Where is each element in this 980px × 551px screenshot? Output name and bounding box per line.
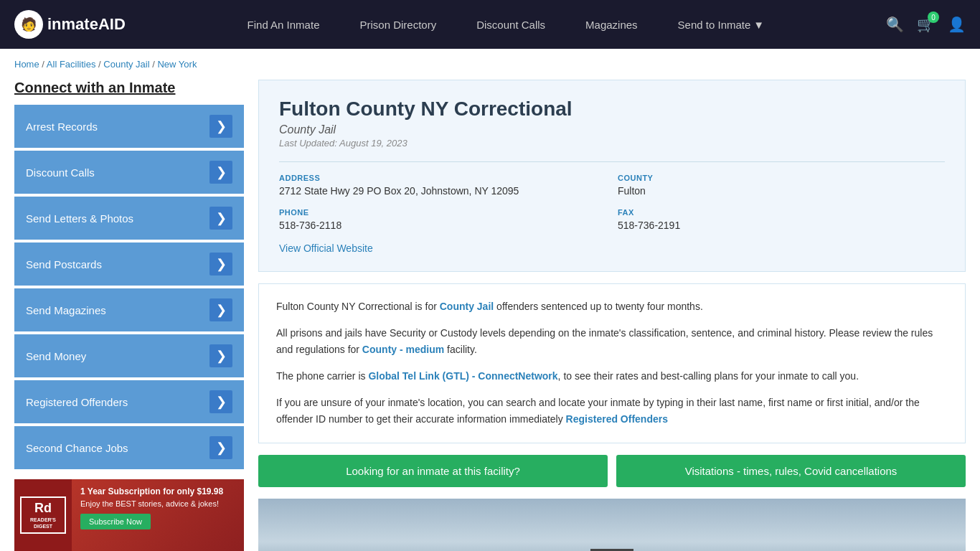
registered-offenders-link[interactable]: Registered Offenders bbox=[566, 413, 668, 425]
breadcrumb-home[interactable]: Home bbox=[14, 59, 39, 70]
logo[interactable]: 🧑 inmateAID bbox=[14, 10, 126, 39]
phone-label: PHONE bbox=[279, 208, 606, 217]
desc-para-3: The phone carrier is Global Tel Link (GT… bbox=[276, 368, 948, 385]
address-label: ADDRESS bbox=[279, 174, 606, 182]
ad-logo-area: Rd READER'S DIGEST bbox=[14, 479, 72, 551]
desc-para-1: Fulton County NY Correctional is for Cou… bbox=[276, 298, 948, 315]
sidebar-item-send-money[interactable]: Send Money ❯ bbox=[14, 334, 244, 377]
arrow-icon: ❯ bbox=[209, 298, 232, 321]
address-block: ADDRESS 2712 State Hwy 29 PO Box 20, Joh… bbox=[279, 174, 606, 197]
ad-brand: READER'S DIGEST bbox=[26, 517, 60, 529]
desc-para-2: All prisons and jails have Security or C… bbox=[276, 325, 948, 358]
action-buttons: Looking for an inmate at this facility? … bbox=[258, 455, 966, 487]
arrow-icon: ❯ bbox=[209, 390, 232, 413]
breadcrumb-all-facilities[interactable]: All Facilities bbox=[47, 59, 96, 70]
arrow-icon: ❯ bbox=[209, 253, 232, 276]
nav-find-inmate[interactable]: Find An Inmate bbox=[227, 19, 340, 31]
facility-card: Fulton County NY Correctional County Jai… bbox=[258, 80, 966, 272]
main-content: Fulton County NY Correctional County Jai… bbox=[258, 80, 966, 551]
site-header: 🧑 inmateAID Find An Inmate Prison Direct… bbox=[0, 0, 980, 49]
breadcrumb-county-jail[interactable]: County Jail bbox=[103, 59, 149, 70]
facility-name: Fulton County NY Correctional bbox=[279, 98, 945, 121]
county-value: Fulton bbox=[618, 185, 945, 197]
sky-background bbox=[258, 499, 966, 551]
fax-block: FAX 518-736-2191 bbox=[618, 208, 945, 231]
user-icon[interactable]: 👤 bbox=[948, 16, 966, 33]
main-layout: Connect with an Inmate Arrest Records ❯ … bbox=[0, 80, 980, 551]
sidebar: Connect with an Inmate Arrest Records ❯ … bbox=[14, 80, 244, 551]
sidebar-item-arrest-records[interactable]: Arrest Records ❯ bbox=[14, 105, 244, 148]
gtl-link[interactable]: Global Tel Link (GTL) - ConnectNetwork bbox=[368, 370, 557, 382]
facility-last-updated: Last Updated: August 19, 2023 bbox=[279, 138, 945, 149]
arrow-icon: ❯ bbox=[209, 115, 232, 138]
ad-subtitle: Enjoy the BEST stories, advice & jokes! bbox=[80, 499, 235, 508]
phone-block: PHONE 518-736-2118 bbox=[279, 208, 606, 231]
sidebar-item-discount-calls[interactable]: Discount Calls ❯ bbox=[14, 151, 244, 194]
cart-badge: 0 bbox=[928, 11, 939, 23]
cart-icon[interactable]: 🛒 0 bbox=[917, 16, 935, 33]
logo-icon: 🧑 bbox=[14, 10, 43, 39]
fax-value: 518-736-2191 bbox=[618, 220, 945, 231]
desc-para-4: If you are unsure of your inmate's locat… bbox=[276, 395, 948, 428]
county-medium-link[interactable]: County - medium bbox=[362, 344, 444, 355]
arrow-icon: ❯ bbox=[209, 161, 232, 184]
county-label: COUNTY bbox=[618, 174, 945, 182]
ad-content: 1 Year Subscription for only $19.98 Enjo… bbox=[72, 479, 244, 551]
ad-title: 1 Year Subscription for only $19.98 bbox=[80, 486, 235, 496]
address-value: 2712 State Hwy 29 PO Box 20, Johnstown, … bbox=[279, 185, 606, 197]
county-block: COUNTY Fulton bbox=[618, 174, 945, 197]
main-nav: Find An Inmate Prison Directory Discount… bbox=[147, 19, 864, 31]
building-silhouette bbox=[590, 549, 633, 551]
sidebar-item-registered-offenders[interactable]: Registered Offenders ❯ bbox=[14, 380, 244, 423]
facility-image bbox=[258, 499, 966, 551]
visitations-button[interactable]: Visitations - times, rules, Covid cancel… bbox=[616, 455, 966, 487]
breadcrumb: Home / All Facilities / County Jail / Ne… bbox=[0, 49, 980, 80]
looking-for-inmate-button[interactable]: Looking for an inmate at this facility? bbox=[258, 455, 608, 487]
logo-text: inmateAID bbox=[47, 15, 126, 34]
header-icons: 🔍 🛒 0 👤 bbox=[886, 16, 966, 33]
phone-value: 518-736-2118 bbox=[279, 220, 606, 231]
sidebar-item-second-chance-jobs[interactable]: Second Chance Jobs ❯ bbox=[14, 426, 244, 469]
arrow-icon: ❯ bbox=[209, 207, 232, 230]
sidebar-item-send-letters[interactable]: Send Letters & Photos ❯ bbox=[14, 197, 244, 240]
sidebar-title: Connect with an Inmate bbox=[14, 80, 244, 96]
arrow-icon: ❯ bbox=[209, 344, 232, 367]
arrow-icon: ❯ bbox=[209, 436, 232, 459]
fax-label: FAX bbox=[618, 208, 945, 217]
nav-magazines[interactable]: Magazines bbox=[565, 19, 658, 31]
facility-info-grid: ADDRESS 2712 State Hwy 29 PO Box 20, Joh… bbox=[279, 161, 945, 231]
ad-subscribe-button[interactable]: Subscribe Now bbox=[80, 514, 151, 529]
sidebar-item-send-postcards[interactable]: Send Postcards ❯ bbox=[14, 242, 244, 286]
search-icon[interactable]: 🔍 bbox=[886, 16, 904, 33]
official-website-link[interactable]: View Official Website bbox=[279, 242, 373, 254]
sidebar-item-send-magazines[interactable]: Send Magazines ❯ bbox=[14, 288, 244, 331]
county-jail-link[interactable]: County Jail bbox=[440, 301, 494, 312]
nav-send-to-inmate[interactable]: Send to Inmate ▼ bbox=[658, 19, 785, 31]
breadcrumb-state[interactable]: New York bbox=[157, 59, 197, 70]
ad-banner[interactable]: Rd READER'S DIGEST 1 Year Subscription f… bbox=[14, 479, 244, 551]
nav-prison-directory[interactable]: Prison Directory bbox=[339, 19, 456, 31]
facility-type: County Jail bbox=[279, 123, 945, 136]
nav-discount-calls[interactable]: Discount Calls bbox=[456, 19, 565, 31]
description-box: Fulton County NY Correctional is for Cou… bbox=[258, 283, 966, 443]
ad-logo: Rd READER'S DIGEST bbox=[20, 496, 66, 534]
